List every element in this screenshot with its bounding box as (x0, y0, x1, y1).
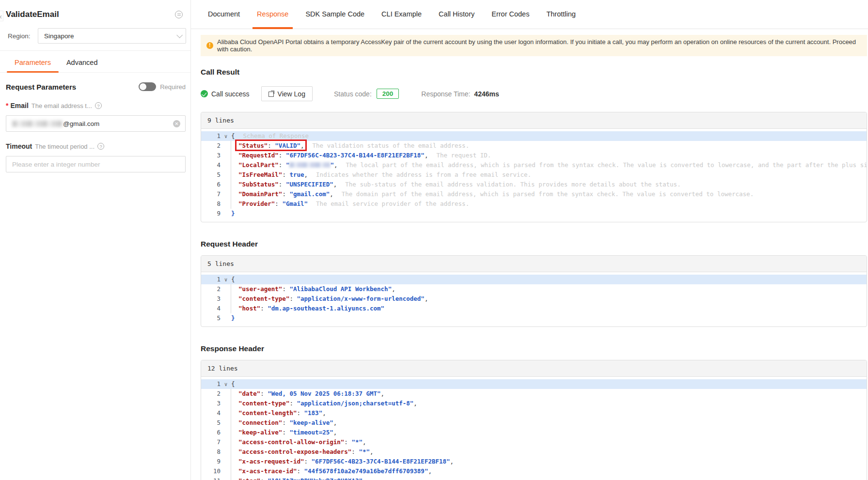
line-number: 6 (205, 428, 221, 437)
region-select[interactable]: Singapore (38, 28, 186, 44)
line-number: 8 (205, 199, 221, 209)
view-log-label: View Log (278, 90, 305, 98)
response-time-group: Response Time: 4246ms (421, 90, 499, 98)
code-line: 2 "date": "Wed, 05 Nov 2025 06:18:37 GMT… (201, 389, 867, 399)
timeout-field-group: Timeout The timeout period ... ? Please … (0, 132, 190, 172)
fold-chevron-icon[interactable]: ∨ (221, 380, 231, 389)
region-select-value: Singapore (44, 32, 176, 40)
tab-response[interactable]: Response (256, 0, 289, 29)
toggle-knob (140, 83, 146, 90)
code-editor: 1∨{2 "user-agent": "AlibabaCloud API Wor… (201, 272, 867, 326)
code-line: 9 "x-acs-request-id": "6F7DF56C-4B23-37C… (201, 457, 867, 466)
line-number: 10 (205, 466, 221, 476)
required-only-toggle[interactable] (139, 82, 156, 91)
api-title: ValidateEmail (6, 10, 175, 19)
warning-text: Alibaba Cloud OpenAPI Portal obtains a t… (217, 38, 861, 53)
warning-icon: ! (206, 42, 213, 49)
code-line: 3 "content-type": "application/x-www-for… (201, 294, 867, 304)
tab-cli-example[interactable]: CLI Example (380, 0, 423, 29)
tab-throttling[interactable]: Throttling (545, 0, 576, 29)
code-block-lines-count: 12 lines (201, 360, 867, 377)
code-block-lines-count: 5 lines (201, 256, 867, 272)
code-block-request-header: 5 lines 1∨{2 "user-agent": "AlibabaCloud… (201, 255, 867, 327)
region-label: Region: (8, 32, 38, 40)
timeout-input[interactable]: Please enter a integer number (6, 156, 186, 172)
sidebar: ‹ ValidateEmail Region: Singapore Parame… (0, 0, 191, 480)
code-line: 7 "access-control-allow-origin": "*", (201, 437, 867, 447)
code-editor: 1∨{2 "date": "Wed, 05 Nov 2025 06:18:37 … (201, 377, 867, 480)
line-number: 5 (205, 418, 221, 428)
line-number: 5 (205, 313, 221, 323)
tab-sdk-sample-code[interactable]: SDK Sample Code (304, 0, 365, 29)
view-log-button[interactable]: View Log (261, 86, 313, 101)
main-tabs: DocumentResponseSDK Sample CodeCLI Examp… (191, 0, 868, 29)
redacted-email-local-part (12, 121, 63, 127)
email-field-group: * Email The email address t... ? @gmail.… (0, 91, 190, 132)
status-code-badge: 200 (377, 89, 399, 99)
response-header-heading: Response Header (201, 344, 867, 353)
email-input[interactable]: @gmail.com ✕ (6, 115, 186, 132)
line-number: 3 (205, 151, 221, 160)
call-result-row: Call success View Log Status code: 200 R… (201, 86, 867, 101)
call-success-label: Call success (211, 90, 250, 98)
code-line: 7 "DomainPart": "gmail.com",The domain p… (201, 189, 867, 199)
line-number: 5 (205, 170, 221, 180)
response-time-label: Response Time: (421, 90, 470, 98)
tab-document[interactable]: Document (207, 0, 241, 29)
code-block-lines-count: 9 lines (201, 112, 867, 129)
line-number: 2 (205, 389, 221, 399)
request-header-heading: Request Header (201, 240, 867, 248)
response-time-value: 4246ms (474, 90, 499, 98)
required-asterisk: * (6, 102, 8, 109)
code-line: 4 "host": "dm.ap-southeast-1.aliyuncs.co… (201, 304, 867, 313)
code-block-response-header: 12 lines 1∨{2 "date": "Wed, 05 Nov 2025 … (201, 360, 867, 480)
line-number: 11 (205, 476, 221, 480)
line-number: 2 (205, 141, 221, 151)
sidebar-tab-parameters[interactable]: Parameters (14, 59, 52, 72)
code-line: 6 "keep-alive": "timeout=25", (201, 428, 867, 437)
line-number: 4 (205, 304, 221, 313)
line-number: 3 (205, 399, 221, 408)
collapse-panel-icon[interactable]: ‹ (0, 11, 3, 21)
code-line: 11 "etag": "18LTtZmxDPHUmhvBZqQH0XA3" (201, 476, 867, 480)
code-line: 2 "Status": "VALID",The validation statu… (201, 141, 867, 151)
email-field-hint: The email address t... (32, 102, 92, 109)
line-number: 7 (205, 437, 221, 447)
fold-chevron-icon[interactable]: ∨ (221, 275, 231, 285)
line-number: 6 (205, 180, 221, 189)
code-editor: 1∨{Schema of Response2 "Status": "VALID"… (201, 129, 867, 222)
sidebar-tab-advanced[interactable]: Advanced (65, 59, 99, 72)
timeout-field-hint: The timeout period ... (35, 143, 95, 150)
tab-call-history[interactable]: Call History (438, 0, 475, 29)
code-line: 9} (201, 209, 867, 218)
tab-error-codes[interactable]: Error Codes (490, 0, 530, 29)
code-line: 6 "SubStatus": "UNSPECIFIED",The sub-sta… (201, 180, 867, 189)
redacted-value (289, 162, 330, 168)
line-number: 1 (205, 275, 221, 284)
line-number: 9 (205, 457, 221, 466)
api-doc-icon[interactable] (175, 11, 183, 18)
email-field-label: Email (10, 102, 28, 109)
line-number: 4 (205, 160, 221, 170)
fold-chevron-icon[interactable]: ∨ (221, 132, 231, 141)
timeout-field-label: Timeout (6, 142, 32, 150)
app-window: ‹ ValidateEmail Region: Singapore Parame… (0, 0, 868, 480)
clear-input-icon[interactable]: ✕ (173, 120, 180, 127)
required-toggle-label: Required (160, 83, 186, 91)
accesskey-warning-banner: ! Alibaba Cloud OpenAPI Portal obtains a… (201, 35, 867, 56)
sidebar-header: ValidateEmail (0, 0, 190, 27)
code-line: 5 "connection": "keep-alive", (201, 418, 867, 428)
code-line: 3 "content-type": "application/json;char… (201, 399, 867, 408)
help-icon[interactable]: ? (95, 102, 102, 109)
red-annotation-box: "Status": "VALID", (238, 142, 304, 149)
code-block-call-result: 9 lines 1∨{Schema of Response2 "Status":… (201, 112, 867, 222)
code-line: 4 "content-length": "183", (201, 408, 867, 418)
code-line: 5 "IsFreeMail": true,Indicates whether t… (201, 170, 867, 180)
code-line: 2 "user-agent": "AlibabaCloud API Workbe… (201, 284, 867, 294)
success-check-icon (201, 90, 208, 97)
timeout-placeholder: Please enter a integer number (12, 161, 100, 168)
request-parameters-header: Request Parameters Required (0, 73, 190, 91)
help-icon[interactable]: ? (97, 143, 104, 150)
code-line: 4 "LocalPart": "",The local part of the … (201, 160, 867, 170)
required-toggle-wrap: Required (139, 82, 186, 91)
